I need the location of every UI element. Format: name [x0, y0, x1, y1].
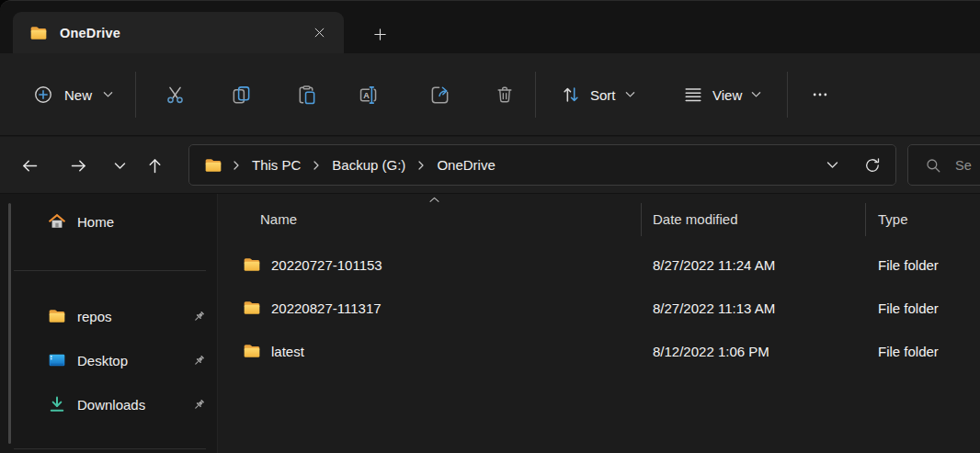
- column-header-date-modified[interactable]: Date modified: [653, 211, 738, 227]
- toolbar-divider: [787, 72, 788, 118]
- chevron-right-icon: [313, 160, 320, 171]
- view-button-label: View: [712, 87, 742, 103]
- sidebar-item-downloads[interactable]: Downloads: [40, 387, 213, 422]
- folder-icon: [29, 24, 48, 42]
- copy-icon: [231, 85, 252, 106]
- sidebar-item-home[interactable]: Home: [40, 204, 213, 239]
- file-name: latest: [271, 344, 304, 359]
- view-button[interactable]: View: [674, 76, 770, 113]
- paste-button[interactable]: [288, 76, 325, 113]
- folder-icon: [243, 255, 261, 274]
- chevron-right-icon: [417, 160, 425, 171]
- breadcrumb-backup-g[interactable]: Backup (G:): [323, 153, 415, 177]
- breadcrumb-onedrive[interactable]: OneDrive: [427, 153, 504, 177]
- tab-onedrive[interactable]: OneDrive: [13, 12, 344, 53]
- copy-button[interactable]: [222, 76, 259, 113]
- forward-button[interactable]: [62, 149, 95, 182]
- file-row[interactable]: latest 8/12/2022 1:06 PM File folder: [218, 330, 974, 372]
- sidebar-scrollbar[interactable]: [8, 203, 11, 444]
- sort-ascending-icon: [428, 197, 440, 203]
- column-divider[interactable]: [865, 203, 866, 236]
- sort-button[interactable]: Sort: [552, 76, 644, 113]
- sidebar-item-label: Home: [77, 214, 114, 230]
- file-list: Name Date modified Type 20220727-101153 …: [218, 194, 980, 453]
- tab-bar: OneDrive: [0, 1, 980, 53]
- chevron-down-icon: [751, 91, 761, 98]
- sidebar-item-repos[interactable]: repos: [40, 299, 213, 334]
- pin-icon: [192, 310, 206, 323]
- folder-icon: [48, 307, 66, 325]
- navigation-pane: Home repos: [0, 194, 218, 453]
- back-button[interactable]: [13, 149, 46, 182]
- rename-icon: A: [358, 85, 379, 106]
- address-bar[interactable]: This PC Backup (G:) OneDrive: [188, 144, 896, 186]
- paste-icon: [296, 85, 317, 106]
- file-row[interactable]: 20220727-101153 8/27/2022 11:24 AM File …: [218, 243, 974, 286]
- more-icon: [811, 85, 829, 104]
- home-icon: [48, 212, 66, 231]
- address-dropdown-button[interactable]: [818, 152, 846, 179]
- new-tab-icon: [372, 27, 388, 42]
- back-icon: [20, 156, 40, 176]
- file-date-modified: 8/27/2022 11:13 AM: [653, 300, 775, 316]
- delete-button[interactable]: [486, 76, 523, 113]
- sidebar-item-label: Downloads: [77, 397, 145, 413]
- view-icon: [683, 85, 703, 105]
- breadcrumb-this-pc[interactable]: This PC: [243, 153, 310, 177]
- downloads-icon: [48, 395, 66, 413]
- sidebar-divider: [14, 448, 206, 449]
- file-explorer-window: OneDrive New: [0, 0, 980, 453]
- column-divider[interactable]: [641, 203, 642, 236]
- share-button[interactable]: [421, 76, 458, 113]
- share-icon: [429, 85, 450, 106]
- sort-button-label: Sort: [590, 87, 616, 103]
- refresh-button[interactable]: [859, 152, 886, 179]
- search-input[interactable]: Se: [907, 144, 980, 186]
- desktop-icon: [48, 351, 66, 369]
- new-button-label: New: [64, 87, 92, 103]
- close-icon: [313, 26, 326, 40]
- sidebar-item-label: Desktop: [77, 353, 128, 368]
- rename-button[interactable]: A: [349, 76, 386, 113]
- command-toolbar: New: [0, 53, 980, 136]
- column-header-type[interactable]: Type: [878, 211, 908, 227]
- svg-text:A: A: [363, 90, 370, 99]
- forward-icon: [69, 156, 88, 176]
- chevron-right-icon: [233, 160, 240, 171]
- column-header-name[interactable]: Name: [260, 211, 297, 227]
- chevron-down-icon: [625, 91, 635, 98]
- refresh-icon: [863, 156, 882, 175]
- folder-icon: [243, 299, 261, 317]
- new-tab-button[interactable]: [366, 20, 393, 48]
- search-placeholder: Se: [955, 158, 972, 173]
- file-type: File folder: [878, 300, 939, 316]
- cut-icon: [165, 85, 186, 106]
- up-icon: [145, 156, 165, 176]
- sidebar-item-label: repos: [77, 309, 112, 324]
- delete-icon: [495, 85, 515, 105]
- pin-icon: [192, 354, 206, 368]
- sort-icon: [561, 85, 581, 105]
- search-icon: [925, 157, 941, 174]
- navigation-bar: This PC Backup (G:) OneDrive: [0, 137, 980, 194]
- toolbar-divider: [535, 72, 536, 118]
- file-type: File folder: [878, 344, 939, 359]
- file-date-modified: 8/12/2022 1:06 PM: [653, 344, 769, 359]
- file-type: File folder: [878, 257, 939, 273]
- more-options-button[interactable]: [802, 76, 838, 113]
- file-row[interactable]: 20220827-111317 8/27/2022 11:13 AM File …: [218, 287, 974, 329]
- folder-icon: [243, 342, 261, 360]
- chevron-down-icon: [103, 91, 113, 98]
- up-button[interactable]: [138, 149, 171, 182]
- chevron-down-icon: [114, 162, 126, 170]
- chevron-down-icon: [826, 161, 838, 169]
- new-button[interactable]: New: [20, 74, 126, 115]
- cut-button[interactable]: [156, 76, 193, 113]
- sidebar-item-desktop[interactable]: Desktop: [40, 343, 213, 378]
- tab-title: OneDrive: [60, 26, 120, 40]
- folder-icon: [204, 156, 222, 175]
- file-name: 20220827-111317: [271, 300, 382, 316]
- close-tab-button[interactable]: [307, 21, 331, 45]
- file-name: 20220727-101153: [271, 257, 382, 273]
- recent-locations-button[interactable]: [103, 149, 136, 182]
